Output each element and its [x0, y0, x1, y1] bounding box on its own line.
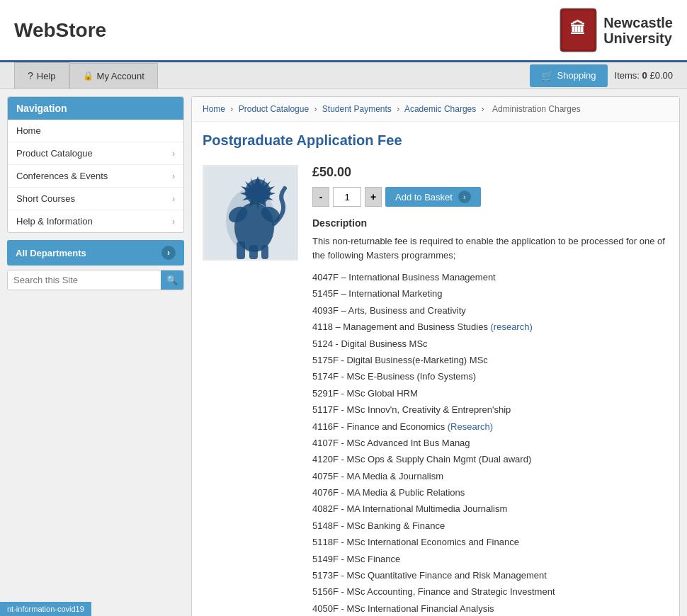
chevron-right-icon: ›: [172, 149, 175, 159]
svg-rect-8: [237, 241, 245, 259]
description-text: This non-returnable fee is required to e…: [312, 234, 669, 262]
shopping-label: Shopping: [557, 70, 596, 81]
programme-item: 5148F - MSc Banking & Finance: [312, 518, 669, 534]
breadcrumb-home[interactable]: Home: [203, 104, 225, 114]
sidebar-item-label: Short Courses: [16, 193, 75, 204]
top-nav-right: 🛒 Shopping Items: 0 £0.00: [530, 64, 673, 87]
breadcrumb: Home › Product Catalogue › Student Payme…: [192, 97, 679, 122]
programme-item: 4047F – International Business Managemen…: [312, 269, 669, 285]
items-price: £0.00: [649, 70, 673, 81]
search-button[interactable]: 🔍: [161, 270, 183, 290]
sidebar-item-conferences[interactable]: Conferences & Events ›: [8, 165, 183, 188]
programme-item: 5175F - Digital Business(e-Marketing) MS…: [312, 352, 669, 368]
product-image-placeholder: [203, 165, 298, 261]
chevron-right-icon: ›: [172, 171, 175, 181]
svg-rect-9: [249, 245, 258, 259]
main-container: Navigation Home Product Catalogue › Conf…: [0, 89, 687, 616]
top-nav-left: ? Help 🔒 My Account: [14, 62, 158, 89]
svg-rect-10: [261, 245, 268, 259]
search-box: 🔍: [7, 270, 184, 290]
site-title: WebStore: [14, 19, 106, 42]
items-count: 0: [642, 70, 647, 81]
programme-item: 5156F - MSc Accounting, Finance and Stra…: [312, 583, 669, 600]
shopping-button[interactable]: 🛒 Shopping: [530, 64, 608, 87]
programme-item: 4050F - MSc International Financial Anal…: [312, 600, 669, 616]
my-account-button[interactable]: 🔒 My Account: [69, 63, 158, 89]
product-image: [203, 165, 298, 261]
programme-item: 5174F - MSc E-Business (Info Systems): [312, 368, 669, 384]
help-icon: ?: [28, 70, 33, 81]
items-count-label: Items: 0 £0.00: [615, 70, 673, 81]
programme-item: 5145F – International Marketing: [312, 285, 669, 302]
programme-item: 5117F - MSc Innov'n, Creativity & Entrep…: [312, 401, 669, 418]
programme-item: 4082F - MA International Multimedia Jour…: [312, 501, 669, 517]
programme-item: 4076F - MA Media & Public Relations: [312, 484, 669, 501]
programme-item: 4075F - MA Media & Journalism: [312, 468, 669, 484]
add-basket-label: Add to Basket: [395, 192, 453, 203]
main-content: Home › Product Catalogue › Student Payme…: [191, 96, 680, 616]
sidebar-item-label: Home: [16, 125, 41, 136]
sidebar-nav-title: Navigation: [8, 97, 183, 120]
cart-icon: 🛒: [541, 70, 553, 81]
programme-item: 5173F - MSc Quantitative Finance and Ris…: [312, 567, 669, 583]
product-details: £50.00 - + Add to Basket › Description T…: [312, 165, 669, 616]
programme-item: 5124 - Digital Business MSc: [312, 336, 669, 352]
product-body: £50.00 - + Add to Basket › Description T…: [203, 165, 669, 616]
circle-arrow-icon: ›: [161, 246, 176, 260]
add-to-basket-button[interactable]: Add to Basket ›: [385, 187, 481, 207]
quantity-input[interactable]: [333, 187, 361, 207]
footer-hint: nt-information-covid19: [0, 602, 91, 616]
programme-item: 5291F - MSc Global HRM: [312, 385, 669, 401]
description-title: Description: [312, 217, 669, 229]
product-price: £50.00: [312, 165, 669, 180]
programme-item: 5118F - MSc International Economics and …: [312, 534, 669, 550]
sidebar-item-home[interactable]: Home: [8, 120, 183, 142]
sidebar-item-help-info[interactable]: Help & Information ›: [8, 210, 183, 232]
all-departments-label: All Departments: [16, 248, 86, 258]
breadcrumb-admin-charges: Administration Charges: [492, 104, 581, 114]
search-input[interactable]: [8, 270, 161, 290]
shield-icon: 🏛: [559, 7, 598, 53]
programme-item: 4107F - MSc Advanced Int Bus Manag: [312, 435, 669, 451]
programme-item: 4093F – Arts, Business and Creativity: [312, 302, 669, 319]
university-name: Newcastle University: [603, 15, 673, 46]
lock-icon: 🔒: [83, 71, 93, 81]
sidebar-item-label: Conferences & Events: [16, 171, 108, 181]
quantity-increase-button[interactable]: +: [365, 187, 382, 207]
sidebar-item-product-catalogue[interactable]: Product Catalogue ›: [8, 142, 183, 165]
programmes-list: 4047F – International Business Managemen…: [312, 269, 669, 616]
help-label: Help: [37, 71, 56, 81]
programme-item: 4118 – Management and Business Studies (…: [312, 319, 669, 335]
svg-text:🏛: 🏛: [570, 19, 586, 38]
product-logo-image: [205, 167, 297, 259]
all-departments-button[interactable]: All Departments ›: [7, 240, 184, 266]
chevron-right-icon: ›: [172, 217, 175, 227]
product-title: Postgraduate Application Fee: [203, 132, 669, 154]
quantity-decrease-button[interactable]: -: [312, 187, 329, 207]
help-button[interactable]: ? Help: [14, 62, 69, 89]
programme-item: 4116F - Finance and Economics (Research): [312, 418, 669, 435]
programme-item: 5149F - MSc Finance: [312, 551, 669, 567]
sidebar-item-label: Help & Information: [16, 216, 93, 227]
search-icon: 🔍: [166, 275, 178, 285]
programme-item: 4120F - MSc Ops & Supply Chain Mgmt (Dua…: [312, 451, 669, 467]
breadcrumb-student-payments[interactable]: Student Payments: [322, 104, 392, 114]
arrow-icon: ›: [458, 190, 471, 203]
university-logo: 🏛 Newcastle University: [559, 7, 673, 53]
product-section: Postgraduate Application Fee: [192, 122, 679, 616]
sidebar: Navigation Home Product Catalogue › Conf…: [7, 96, 184, 616]
chevron-right-icon: ›: [172, 194, 175, 204]
breadcrumb-product-catalogue[interactable]: Product Catalogue: [239, 104, 309, 114]
top-navigation: ? Help 🔒 My Account 🛒 Shopping Items: 0 …: [0, 62, 687, 89]
breadcrumb-academic-charges[interactable]: Academic Charges: [404, 104, 476, 114]
my-account-label: My Account: [97, 71, 144, 81]
sidebar-item-short-courses[interactable]: Short Courses ›: [8, 188, 183, 210]
sidebar-item-label: Product Catalogue: [16, 148, 93, 159]
navigation-box: Navigation Home Product Catalogue › Conf…: [7, 96, 184, 233]
site-header: WebStore 🏛 Newcastle University: [0, 0, 687, 62]
add-to-basket-row: - + Add to Basket ›: [312, 187, 669, 207]
